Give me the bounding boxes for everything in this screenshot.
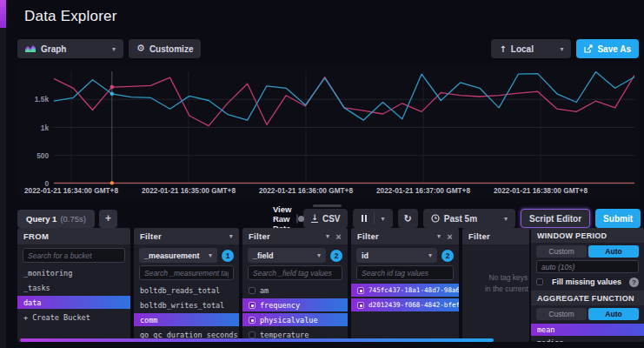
script-editor-button[interactable]: Script Editor xyxy=(521,209,590,228)
bucket-item[interactable]: data xyxy=(17,296,130,309)
create-bucket-button-label: + Create Bucket xyxy=(23,313,90,322)
aggregate-function-item[interactable]: median xyxy=(531,337,644,342)
view-raw-data-toggle[interactable] xyxy=(296,214,298,224)
svg-text:2022-01-21 16:36:00 GMT+8: 2022-01-21 16:36:00 GMT+8 xyxy=(259,186,354,195)
no-tag-keys-message: No tag keys fou in the current time xyxy=(462,272,529,295)
tag-value-item-label: go_gc_duration_seconds xyxy=(140,331,238,339)
tag-value-item[interactable]: boltdb_reads_total xyxy=(134,284,239,297)
field-value-list: amfrequencyphysicalvaluetemperature xyxy=(242,284,348,341)
tag-value-item-label: 745fc437-18a1-48d7-98a6-7... xyxy=(368,286,459,294)
window-period-value[interactable]: auto (10s) xyxy=(536,260,639,273)
chevron-down-icon[interactable]: ▾ xyxy=(229,232,233,240)
measurement-search-input[interactable] xyxy=(139,265,234,280)
close-icon[interactable]: × xyxy=(447,232,453,241)
aggregate-auto-option[interactable]: Auto xyxy=(588,308,639,320)
area-graph-icon xyxy=(25,44,37,53)
tag-value-item-label: temperature xyxy=(260,331,309,339)
svg-text:500: 500 xyxy=(37,151,49,160)
tag-value-item[interactable]: 745fc437-18a1-48d7-98a6-7... xyxy=(351,284,459,297)
filter-panel-title: Filter xyxy=(357,231,379,241)
gear-icon: ⚙ xyxy=(136,44,145,53)
tag-value-item[interactable]: frequency xyxy=(242,298,348,311)
toggle-knob xyxy=(298,216,304,222)
pause-dropdown-button[interactable]: ▾ xyxy=(353,209,392,228)
bucket-list: _monitoring_tasksdata+ Create Bucket xyxy=(17,266,130,324)
tag-key-label: _measurement xyxy=(144,251,200,260)
filter-panel-measurement: Filter ▾ _measurement ▾ 1 boltdb_reads_t… xyxy=(134,228,239,342)
save-as-button[interactable]: Save As xyxy=(576,39,639,58)
bucket-search-input[interactable] xyxy=(23,248,125,263)
time-range-dropdown[interactable]: Past 5m ▾ xyxy=(423,209,515,228)
query-tab[interactable]: Query 1 (0.75s) xyxy=(17,210,95,228)
filter-panel-title: Filter xyxy=(249,231,270,241)
tag-key-dropdown-id[interactable]: id ▾ xyxy=(356,248,437,263)
svg-text:2022-01-21 16:37:00 GMT+8: 2022-01-21 16:37:00 GMT+8 xyxy=(376,186,471,195)
influxdb-logo[interactable] xyxy=(0,0,6,28)
aggregate-custom-option[interactable]: Custom xyxy=(536,308,587,320)
svg-text:1.5k: 1.5k xyxy=(35,95,50,104)
chevron-down-icon: ▾ xyxy=(381,215,384,223)
submit-button[interactable]: Submit xyxy=(595,209,641,228)
aggregate-function-list: meanmedianlast xyxy=(531,324,644,342)
chevron-down-icon: ▾ xyxy=(560,45,563,53)
toolbar-right-group: ↑ Local ▾ Save As xyxy=(491,39,639,58)
selected-count-badge: 1 xyxy=(222,250,234,262)
help-icon[interactable]: ? xyxy=(629,278,639,287)
close-icon[interactable]: × xyxy=(335,232,342,241)
chevron-down-icon[interactable]: ▾ xyxy=(326,232,329,240)
chart-canvas[interactable]: 05001k1.5k2022-01-21 16:34:00 GMT+82022-… xyxy=(17,64,639,198)
svg-text:2022-01-21 16:35:00 GMT+8: 2022-01-21 16:35:00 GMT+8 xyxy=(142,186,236,195)
query-scrollbar-thumb[interactable] xyxy=(313,204,342,207)
arrow-up-icon: ↑ xyxy=(499,44,506,54)
builder-horizontal-scrollbar[interactable] xyxy=(20,338,494,342)
save-as-label: Save As xyxy=(597,44,631,54)
tag-value-item[interactable]: boltdb_writes_total xyxy=(134,298,239,311)
aggregate-function-item[interactable]: mean xyxy=(531,324,644,336)
fill-missing-checkbox[interactable] xyxy=(536,278,543,285)
scope-label: Local xyxy=(511,44,534,54)
fill-missing-label: Fill missing values xyxy=(552,278,621,286)
svg-text:2022-01-21 16:34:00 GMT+8: 2022-01-21 16:34:00 GMT+8 xyxy=(24,186,119,195)
field-search-input[interactable] xyxy=(248,265,342,280)
bucket-item[interactable]: _monitoring xyxy=(17,266,130,279)
nav-rail[interactable] xyxy=(0,0,6,348)
checkbox-icon xyxy=(249,331,256,338)
page-title: Data Explorer xyxy=(24,8,117,25)
save-as-icon xyxy=(584,44,593,53)
customize-button[interactable]: ⚙ Customize xyxy=(129,39,201,58)
window-auto-option[interactable]: Auto xyxy=(588,245,639,258)
id-value-list: 745fc437-18a1-48d7-98a6-7...d2012439-f06… xyxy=(351,284,459,311)
tag-value-item-label: physicalvalue xyxy=(260,316,318,325)
visualization-type-dropdown[interactable]: Graph ▾ xyxy=(17,39,123,58)
create-bucket-button[interactable]: + Create Bucket xyxy=(17,311,130,324)
checkbox-icon xyxy=(249,302,256,309)
divider xyxy=(374,212,375,224)
bucket-item[interactable]: _tasks xyxy=(17,281,130,294)
tag-value-item-label: frequency xyxy=(260,301,300,310)
clock-icon xyxy=(431,214,440,223)
refresh-button[interactable]: ↻ xyxy=(398,209,418,228)
query-tab-name: Query 1 xyxy=(26,214,56,224)
tag-key-dropdown-field[interactable]: _field ▾ xyxy=(248,248,326,263)
chevron-down-icon[interactable]: ▾ xyxy=(437,232,441,240)
chevron-down-icon: ▾ xyxy=(112,45,116,53)
tag-value-item[interactable]: d2012439-f068-4842-bfef-8... xyxy=(351,298,459,311)
tag-value-item[interactable]: physicalvalue xyxy=(242,313,348,326)
aggregate-mode-toggle: Custom Auto xyxy=(536,308,639,320)
scope-dropdown[interactable]: ↑ Local ▾ xyxy=(491,39,571,58)
tag-value-item[interactable]: comm xyxy=(134,313,239,326)
filter-panel-title: Filter xyxy=(140,231,162,241)
data-explorer-page: Data Explorer Graph ▾ ⚙ Customize ↑ Loca… xyxy=(0,0,644,348)
tag-value-item-label: boltdb_writes_total xyxy=(140,301,224,310)
add-query-button[interactable]: + xyxy=(99,210,117,228)
tag-value-item[interactable]: am xyxy=(242,284,348,297)
tag-key-dropdown-measurement[interactable]: _measurement ▾ xyxy=(139,248,217,263)
tag-key-label: id xyxy=(362,251,368,260)
window-custom-option[interactable]: Custom xyxy=(536,245,587,258)
download-csv-button[interactable]: ↓ CSV xyxy=(303,209,348,228)
filter-panel-field: Filter ▾ × _field ▾ 2 amfrequencyphysica… xyxy=(242,228,348,342)
bucket-panel-title: FROM xyxy=(17,228,130,244)
time-series-chart[interactable]: 05001k1.5k2022-01-21 16:34:00 GMT+82022-… xyxy=(17,64,639,198)
id-search-input[interactable] xyxy=(356,265,454,280)
filter-panel-id: Filter ▾ × id ▾ 2 745fc437-18a1-48d7-98a… xyxy=(351,228,459,342)
